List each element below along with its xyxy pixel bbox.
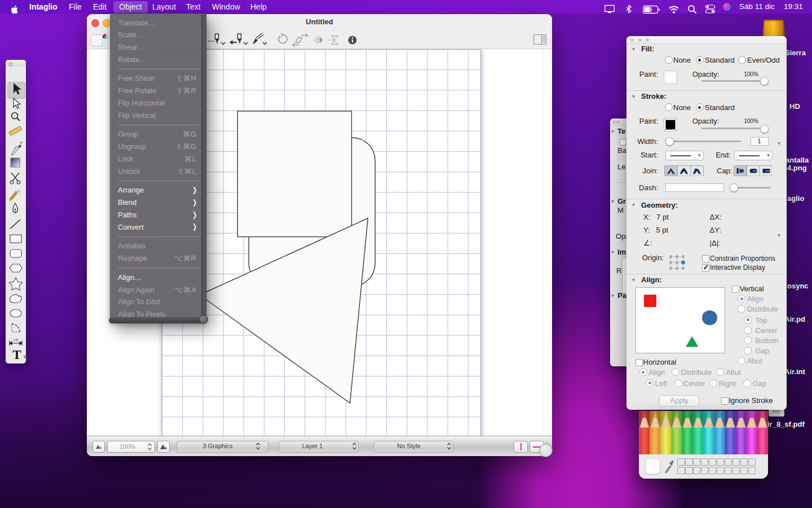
svg-text:1.25: 1.25 [14,339,19,341]
